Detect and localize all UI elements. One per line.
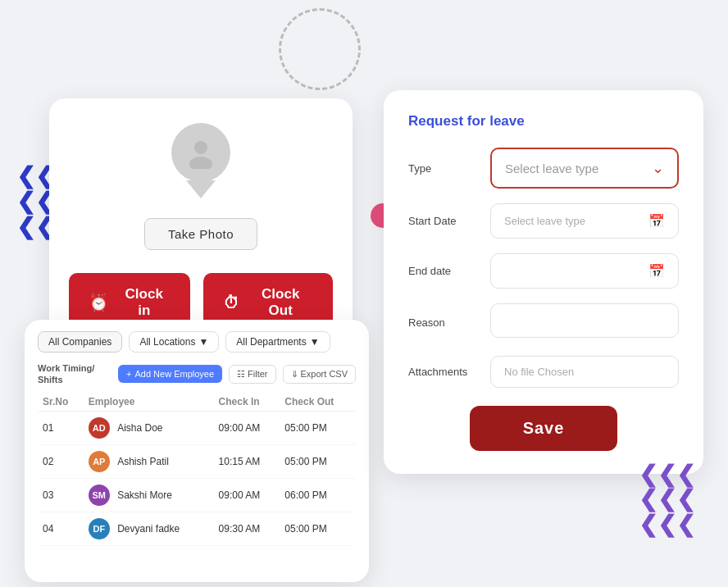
work-timing-label: Work Timing/Shifts	[38, 362, 94, 386]
chevron-icon: ❮❮❮	[639, 512, 695, 538]
svg-point-1	[189, 157, 212, 169]
cell-check-out: 06:00 PM	[280, 478, 356, 512]
save-button[interactable]: Save	[470, 406, 617, 451]
all-locations-label: All Locations	[139, 336, 195, 348]
add-employee-label: Add New Employee	[134, 369, 214, 379]
col-check-out: Check Out	[280, 393, 356, 412]
table-row: 02 AP Ashish Patil 10:15 AM 05:00 PM	[38, 444, 356, 478]
table-row: 03 SM Sakshi More 09:00 AM 06:00 PM	[38, 478, 356, 512]
type-field: Select leave type ⌄	[490, 148, 679, 189]
end-date-field: 📅	[490, 253, 679, 289]
end-date-label: End date	[408, 265, 490, 277]
end-date-row: End date 📅	[408, 253, 679, 289]
cell-employee: AP Ashish Patil	[84, 444, 214, 478]
avatar: SM	[89, 485, 110, 506]
table-row: 04 DF Devyani fadke 09:30 AM 05:00 PM	[38, 512, 356, 545]
reason-row: Reason	[408, 303, 679, 341]
clock-out-icon: ⏱	[223, 294, 239, 312]
cell-sr: 04	[38, 512, 84, 545]
reason-field	[490, 303, 679, 341]
no-file-text: No file Chosen	[504, 366, 574, 378]
reason-input[interactable]	[490, 303, 679, 338]
clock-out-label: Clock Out	[248, 286, 313, 319]
avatar-pin	[164, 123, 238, 205]
table-filters: All Companies All Locations ▼ All Depart…	[38, 331, 356, 353]
cell-sr: 03	[38, 478, 84, 512]
avatar: AP	[89, 451, 110, 472]
svg-point-0	[194, 141, 207, 154]
cell-check-in: 09:00 AM	[214, 478, 280, 512]
add-new-employee-button[interactable]: + Add New Employee	[118, 365, 222, 383]
cell-sr: 02	[38, 444, 84, 478]
filter-button[interactable]: ☷ Filter	[229, 365, 275, 384]
reason-label: Reason	[408, 316, 490, 329]
chevron-icon: ❮❮❮	[639, 487, 695, 512]
col-employee: Employee	[84, 393, 214, 412]
cell-employee: AD Aisha Doe	[84, 411, 214, 444]
filter-icon: ☷	[237, 369, 245, 380]
all-companies-filter[interactable]: All Companies	[38, 331, 122, 353]
leave-request-card: Request for leave Type Select leave type…	[384, 90, 703, 474]
leave-type-placeholder: Select leave type	[505, 162, 598, 175]
clock-in-label: Clock in	[117, 286, 171, 319]
table-header-row: Work Timing/Shifts + Add New Employee ☷ …	[38, 362, 356, 386]
calendar-icon: 📅	[648, 263, 665, 279]
leave-card-title: Request for leave	[408, 113, 679, 130]
start-date-placeholder: Select leave type	[504, 215, 585, 227]
export-csv-button[interactable]: ⇓ Export CSV	[283, 365, 356, 384]
attachments-row: Attachments No file Chosen	[408, 356, 679, 388]
type-label: Type	[408, 162, 490, 175]
all-locations-filter[interactable]: All Locations ▼	[129, 331, 219, 353]
cell-sr: 01	[38, 411, 84, 444]
attachments-field: No file Chosen	[490, 356, 679, 388]
deco-arrows-right: ❮❮❮ ❮❮❮ ❮❮❮	[639, 462, 695, 538]
person-icon	[184, 136, 217, 169]
col-check-in: Check In	[214, 393, 280, 412]
filter-label: Filter	[248, 369, 267, 379]
pin-bottom	[186, 180, 216, 198]
avatar: AD	[89, 417, 110, 439]
table-card: All Companies All Locations ▼ All Depart…	[25, 320, 369, 582]
avatar: DF	[89, 518, 110, 539]
all-departments-label: All Departments	[236, 336, 306, 348]
cell-employee: SM Sakshi More	[84, 478, 214, 512]
export-csv-label: Export CSV	[301, 369, 348, 379]
calendar-icon: 📅	[648, 213, 665, 229]
chevron-down-icon: ⌄	[652, 159, 664, 177]
deco-circle	[279, 8, 361, 90]
employee-name: Devyani fadke	[117, 523, 180, 535]
clock-in-icon: ⏰	[89, 293, 109, 312]
chevron-down-icon: ▼	[198, 336, 208, 348]
cell-check-out: 05:00 PM	[280, 512, 356, 545]
leave-type-select[interactable]: Select leave type ⌄	[490, 148, 679, 189]
plus-icon: +	[126, 369, 131, 379]
cell-check-in: 09:30 AM	[214, 512, 280, 545]
avatar-container	[69, 123, 333, 205]
chevron-icon: ❮❮❮	[639, 462, 695, 488]
col-sr-no: Sr.No	[38, 393, 84, 412]
start-date-field: Select leave type 📅	[490, 203, 679, 239]
table-row: 01 AD Aisha Doe 09:00 AM 05:00 PM	[38, 411, 356, 444]
employee-name: Ashish Patil	[117, 456, 169, 467]
table-actions: + Add New Employee ☷ Filter ⇓ Export CSV	[118, 365, 356, 384]
avatar-circle	[171, 123, 230, 182]
chevron-down-icon: ▼	[310, 336, 320, 348]
file-input[interactable]: No file Chosen	[490, 356, 679, 388]
cell-check-in: 10:15 AM	[214, 444, 280, 478]
take-photo-button[interactable]: Take Photo	[144, 218, 257, 250]
start-date-input[interactable]: Select leave type 📅	[490, 203, 679, 239]
attachments-label: Attachments	[408, 366, 490, 378]
employee-name: Aisha Doe	[117, 422, 162, 434]
end-date-input[interactable]: 📅	[490, 253, 679, 289]
employee-table: Sr.No Employee Check In Check Out 01 AD …	[38, 393, 356, 546]
employee-name: Sakshi More	[117, 489, 172, 501]
export-icon: ⇓	[291, 369, 298, 380]
start-date-label: Start Date	[408, 215, 490, 227]
type-row: Type Select leave type ⌄	[408, 148, 679, 189]
start-date-row: Start Date Select leave type 📅	[408, 203, 679, 239]
all-departments-filter[interactable]: All Departments ▼	[225, 331, 330, 353]
cell-check-in: 09:00 AM	[214, 411, 280, 444]
cell-check-out: 05:00 PM	[280, 444, 356, 478]
cell-check-out: 05:00 PM	[280, 411, 356, 444]
cell-employee: DF Devyani fadke	[84, 512, 214, 545]
